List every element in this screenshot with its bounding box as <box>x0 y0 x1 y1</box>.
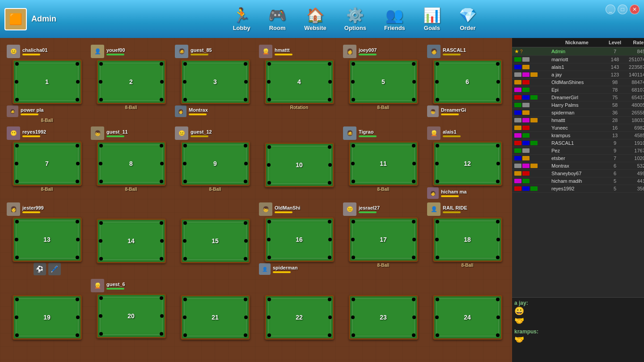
pool-table-15[interactable]: 15 <box>181 219 250 263</box>
pocket-bl <box>267 333 271 337</box>
player-level-10: 16 <box>604 125 626 130</box>
player-nick-5: Epi <box>550 87 604 93</box>
player-row-12[interactable]: RASCAL1 9 1910.8 <box>512 139 644 147</box>
pocket-br <box>76 98 79 101</box>
pool-table-1[interactable]: 1 <box>13 59 82 104</box>
player-row-15[interactable]: Montrax 6 532.1 <box>512 162 644 170</box>
player-row-16[interactable]: Shaneyboy67 6 499.7 <box>512 170 644 177</box>
table-footer-3: 👩 Montrax <box>175 105 255 117</box>
pool-table-21[interactable]: 21 <box>181 295 250 340</box>
nav-room[interactable]: 🎮 Room <box>262 4 293 34</box>
player-list[interactable]: Nickname Level Rate ★? Admin 7 845.5 mar… <box>512 38 644 297</box>
nav-lobby[interactable]: 🏃 Lobby <box>226 4 257 34</box>
pocket-br <box>412 180 415 183</box>
pocket-tr <box>160 221 163 225</box>
player-level-4: 98 <box>604 80 626 85</box>
pool-table-14[interactable]: 14 <box>97 219 166 263</box>
table-header-13: 👩 jester999 <box>7 202 87 216</box>
sidebar: Nickname Level Rate ★? Admin 7 845.5 mar… <box>512 38 644 362</box>
pool-table-11[interactable]: 11 <box>349 141 418 186</box>
pocket-ml <box>183 239 186 243</box>
options-icon: ⚙️ <box>346 7 364 24</box>
pocket-ml <box>267 316 271 319</box>
player-row-10[interactable]: Yuneec 16 6982.3 <box>512 124 644 132</box>
nav-website[interactable]: 🏠 Website <box>297 4 333 34</box>
pool-room[interactable]: 😐 chalicha01 1 🧔 power pla <box>0 38 512 362</box>
player-row-5[interactable]: Epi 78 68107.3 <box>512 86 644 94</box>
player2-avatar-3: 👩 <box>175 105 186 117</box>
flag-2-8 <box>522 110 530 115</box>
pool-table-10[interactable]: 10 <box>265 143 334 187</box>
pool-table-12[interactable]: 12 <box>433 141 502 186</box>
pool-table-17[interactable]: 17 <box>349 217 418 262</box>
pocket-tl <box>99 296 103 300</box>
flag-3-15 <box>530 164 538 168</box>
pocket-br <box>496 256 500 259</box>
table-footer-16: 👤 spiderman <box>259 263 339 275</box>
pool-table-19[interactable]: 19 <box>13 295 82 340</box>
close-button[interactable]: ✕ <box>630 4 640 14</box>
player-row-4[interactable]: OldManShines 98 88474.6 <box>512 79 644 86</box>
extra-icon-2[interactable]: 🖊️ <box>48 263 61 275</box>
pool-table-22[interactable]: 22 <box>265 295 334 340</box>
player-row-14[interactable]: etsber 7 1020.2 <box>512 155 644 162</box>
pool-table-6[interactable]: 6 <box>433 59 502 104</box>
nav-options[interactable]: ⚙️ Options <box>338 4 373 34</box>
player-row-13[interactable]: Pez 9 1767.4 <box>512 147 644 155</box>
player2-bar-6 <box>441 114 459 115</box>
website-label: Website <box>304 25 326 31</box>
player-flags-16 <box>514 171 550 176</box>
pool-table-20[interactable]: 20 <box>97 294 166 338</box>
pocket-mr <box>244 239 248 243</box>
player-row-7[interactable]: Harry Palms 58 48005.0 <box>512 101 644 109</box>
pool-table-4[interactable]: 4 <box>265 59 334 104</box>
table-cell-9: 😐 guest_12 9 8-Ball <box>175 126 255 199</box>
extra-icon-1[interactable]: ⚽ <box>34 263 46 275</box>
table-number-17: 17 <box>380 236 387 243</box>
pool-table-13[interactable]: 13 <box>13 217 82 262</box>
pool-table-23[interactable]: 23 <box>349 295 418 340</box>
pool-table-2[interactable]: 2 <box>97 59 166 104</box>
player-row-3[interactable]: a jay 123 140114.0 <box>512 71 644 79</box>
player-flags-5 <box>514 88 550 92</box>
player-row-17[interactable]: hicham madih 5 441.3 <box>512 177 644 185</box>
table-header-11: 🧔 Tigrao <box>343 126 424 140</box>
player1-name-4: hmattt <box>275 47 292 53</box>
player-rows: ★? Admin 7 845.5 marriott 148 251074.0 a… <box>512 47 644 193</box>
pool-table-24[interactable]: 24 <box>433 295 502 340</box>
pool-table-9[interactable]: 9 <box>181 141 250 186</box>
table-header-18: 👤 RAIL RIDE <box>427 202 508 216</box>
nav-friends[interactable]: 👥 Friends <box>377 4 412 34</box>
pool-table-18[interactable]: 18 <box>433 217 502 262</box>
restore-button[interactable]: □ <box>618 4 627 14</box>
player-level-3: 123 <box>604 72 626 77</box>
player-row-8[interactable]: spiderman 36 26558.5 <box>512 109 644 117</box>
chat-emoji-3: 🤝 <box>514 335 524 344</box>
nav-order[interactable]: 💎 Order <box>452 4 483 34</box>
pool-table-3[interactable]: 3 <box>181 59 250 104</box>
pool-table-5[interactable]: 5 <box>349 59 418 104</box>
pool-table-7[interactable]: 7 <box>13 141 82 186</box>
level-header: Level <box>604 40 626 45</box>
player-row-2[interactable]: alais1 143 223587.0 <box>512 63 644 71</box>
table-footer-1: 🧔 power pla <box>7 105 87 117</box>
player-row-18[interactable]: reyes1992 5 356.2 <box>512 185 644 193</box>
pool-table-8[interactable]: 8 <box>97 141 166 186</box>
nav-goals[interactable]: 📊 Goals <box>416 4 448 34</box>
pocket-ml <box>183 80 186 84</box>
minimize-button[interactable]: _ <box>606 4 615 14</box>
player-nick-13: Pez <box>550 148 604 153</box>
player-row-0[interactable]: ★? Admin 7 845.5 <box>512 47 644 56</box>
room-label: Room <box>269 25 286 31</box>
table-cell-13: 👩 jester999 13 ⚽ 🖊️ <box>7 202 87 275</box>
flag-2-14 <box>522 156 530 160</box>
player-row-11[interactable]: krampus 13 4585.9 <box>512 132 644 139</box>
flag-2-15 <box>522 164 530 168</box>
pocket-mr <box>412 238 416 241</box>
player-row-1[interactable]: marriott 148 251074.0 <box>512 56 644 63</box>
pool-table-16[interactable]: 16 <box>265 217 334 262</box>
player-nick-16: Shaneyboy67 <box>550 171 604 176</box>
player-nick-0: Admin <box>550 49 604 54</box>
player-row-6[interactable]: DreamerGirl 75 65437.5 <box>512 94 644 101</box>
player-row-9[interactable]: hmattt 28 18033.7 <box>512 117 644 124</box>
